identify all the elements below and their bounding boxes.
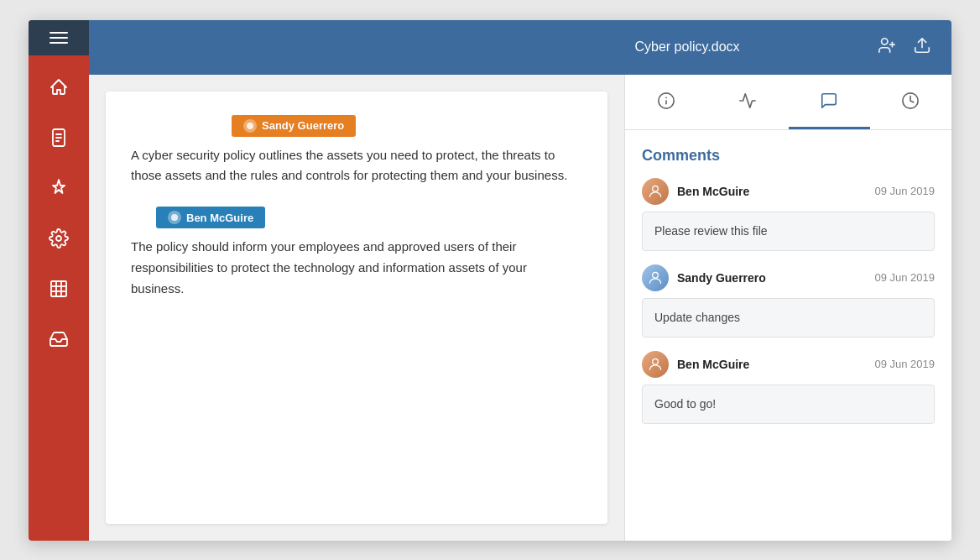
svg-point-17 bbox=[653, 186, 659, 191]
comment-date-2: 09 Jun 2019 bbox=[874, 271, 935, 284]
comments-heading: Comments bbox=[642, 147, 935, 165]
tab-info[interactable] bbox=[625, 75, 706, 129]
tab-activity[interactable] bbox=[706, 75, 788, 129]
sidebar bbox=[29, 20, 89, 541]
comment-author-2: Sandy Guerrero bbox=[677, 271, 766, 285]
annotation-sandy[interactable]: Sandy Guerrero bbox=[232, 115, 356, 137]
document-card: Sandy Guerrero A cyber security policy o… bbox=[106, 92, 607, 524]
comment-bubble-2[interactable]: Update changes bbox=[642, 298, 935, 338]
paragraph-1: A cyber security policy outlines the ass… bbox=[131, 145, 582, 187]
sidebar-item-pin[interactable] bbox=[29, 166, 89, 210]
share-users-button[interactable] bbox=[878, 36, 896, 58]
comment-author-3: Ben McGuire bbox=[677, 358, 749, 371]
comment-text-3: Good to go! bbox=[654, 397, 716, 411]
comments-panel: Comments Ben McGuire 09 Jun 2019 bbox=[624, 75, 951, 541]
comment-text-1: Please review this file bbox=[654, 224, 768, 238]
gear-icon bbox=[49, 228, 69, 249]
sidebar-item-settings[interactable] bbox=[29, 217, 89, 260]
document-title: Cyber policy.docx bbox=[510, 39, 864, 55]
comment-date-3: 09 Jun 2019 bbox=[874, 358, 935, 370]
main-area: Cyber policy.docx bbox=[89, 20, 951, 541]
avatar-ben-3 bbox=[642, 351, 669, 378]
sandy-avatar-small bbox=[243, 119, 257, 133]
tab-comments[interactable] bbox=[789, 75, 870, 129]
table-icon bbox=[49, 279, 69, 299]
comment-header-1: Ben McGuire 09 Jun 2019 bbox=[642, 178, 935, 205]
document-icon bbox=[49, 128, 69, 148]
comment-header-3: Ben McGuire 09 Jun 2019 bbox=[642, 351, 935, 378]
comment-text-2: Update changes bbox=[654, 311, 740, 324]
paragraph-2: The policy should inform your employees … bbox=[131, 237, 582, 299]
annotation-ben-label: Ben McGuire bbox=[186, 212, 253, 224]
comment-entry-3: Ben McGuire 09 Jun 2019 Good to go! bbox=[642, 351, 935, 424]
sidebar-item-home[interactable] bbox=[29, 65, 89, 109]
comment-bubble-1[interactable]: Please review this file bbox=[642, 212, 935, 251]
comment-entry-2: Sandy Guerrero 09 Jun 2019 Update change… bbox=[642, 264, 935, 338]
inbox-icon bbox=[49, 329, 69, 349]
ben-avatar-small bbox=[168, 211, 181, 224]
export-button[interactable] bbox=[913, 36, 931, 58]
svg-point-4 bbox=[56, 236, 61, 241]
sidebar-item-inbox[interactable] bbox=[29, 317, 89, 361]
sidebar-item-table[interactable] bbox=[29, 267, 89, 311]
app-container: Cyber policy.docx bbox=[29, 20, 951, 541]
sidebar-nav bbox=[29, 55, 89, 371]
annotation-ben[interactable]: Ben McGuire bbox=[156, 207, 265, 228]
comment-author-1: Ben McGuire bbox=[677, 185, 749, 198]
tab-history[interactable] bbox=[870, 75, 951, 129]
sidebar-item-document[interactable] bbox=[29, 116, 89, 160]
content-row: Sandy Guerrero A cyber security policy o… bbox=[89, 75, 951, 541]
header-bar: Cyber policy.docx bbox=[89, 20, 951, 75]
annotation-sandy-label: Sandy Guerrero bbox=[262, 119, 344, 132]
hamburger-menu[interactable] bbox=[50, 32, 68, 44]
comment-date-1: 09 Jun 2019 bbox=[874, 185, 935, 197]
sidebar-header[interactable] bbox=[29, 20, 89, 55]
svg-point-18 bbox=[653, 272, 659, 278]
document-pane: Sandy Guerrero A cyber security policy o… bbox=[89, 75, 624, 541]
activity-icon bbox=[738, 92, 757, 110]
pin-icon bbox=[49, 178, 69, 198]
comment-bubble-3[interactable]: Good to go! bbox=[642, 385, 935, 424]
history-icon bbox=[901, 92, 920, 110]
comments-body: Comments Ben McGuire 09 Jun 2019 bbox=[625, 130, 951, 541]
info-icon bbox=[657, 92, 675, 110]
chat-icon bbox=[820, 92, 838, 110]
header-actions bbox=[878, 36, 931, 58]
svg-point-10 bbox=[882, 39, 888, 44]
comment-header-2: Sandy Guerrero 09 Jun 2019 bbox=[642, 264, 935, 291]
svg-rect-5 bbox=[51, 281, 66, 296]
comment-entry-1: Ben McGuire 09 Jun 2019 Please review th… bbox=[642, 178, 935, 251]
home-icon bbox=[49, 77, 69, 97]
svg-point-19 bbox=[653, 359, 659, 364]
avatar-ben-1 bbox=[642, 178, 669, 205]
avatar-sandy-2 bbox=[642, 264, 669, 291]
tab-bar bbox=[625, 75, 951, 130]
